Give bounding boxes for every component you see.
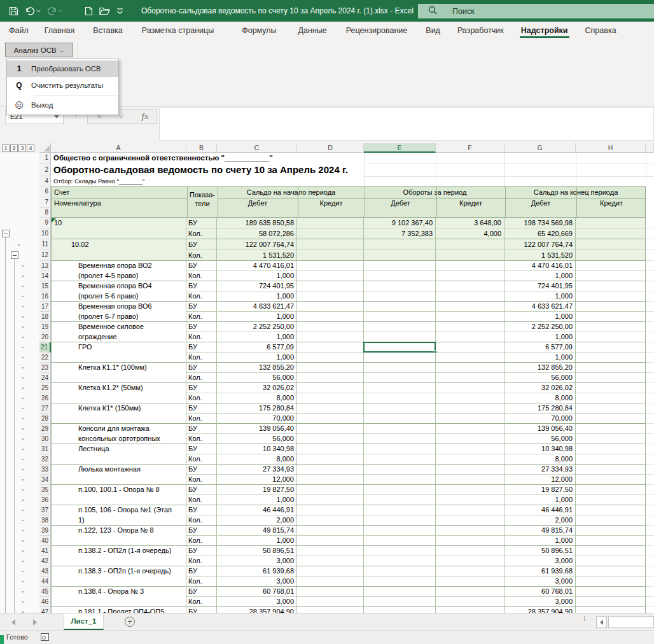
cell-F32[interactable] <box>436 454 504 465</box>
cell-A16[interactable]: (пролет 5-6 право) <box>51 291 186 302</box>
cell-H36[interactable] <box>576 495 646 505</box>
column-header-G[interactable]: G <box>504 143 576 153</box>
cell-H35[interactable] <box>576 485 646 495</box>
cell-partial-38[interactable] <box>646 515 654 526</box>
cell-B21[interactable]: БУ <box>186 342 217 353</box>
cell-C33[interactable]: 27 334,93 <box>217 465 297 475</box>
cell-F23[interactable] <box>436 363 504 373</box>
cell-F22[interactable] <box>436 353 504 363</box>
cell-G13[interactable]: 4 470 416,01 <box>504 261 576 271</box>
cell-A22[interactable] <box>51 353 186 363</box>
cell-A21[interactable]: ГРО <box>51 342 186 353</box>
row-header-46[interactable]: 46 <box>39 597 51 607</box>
cell-B35[interactable]: БУ <box>186 485 217 495</box>
cell-D10[interactable] <box>297 228 364 239</box>
search-box[interactable]: Поиск <box>418 4 654 18</box>
cell-F11[interactable] <box>436 239 504 250</box>
cell-H12[interactable] <box>576 250 646 261</box>
cell-E34[interactable] <box>364 475 436 485</box>
cell-G39[interactable]: 49 815,74 <box>504 526 576 536</box>
cell-H29[interactable] <box>576 424 646 434</box>
cell-E46[interactable] <box>364 597 436 607</box>
row-header-15[interactable]: 15 <box>39 281 51 291</box>
cell-E19[interactable] <box>364 322 436 332</box>
ribbon-tab-9[interactable]: Разработчик <box>457 22 504 39</box>
cell-B13[interactable]: БУ <box>186 261 217 271</box>
cell-E37[interactable] <box>364 505 436 515</box>
cell-C30[interactable]: 56,000 <box>217 434 297 444</box>
cell-E24[interactable] <box>364 373 436 383</box>
cell-E9[interactable]: 9 102 367,40 <box>364 218 436 228</box>
cell-F16[interactable] <box>436 291 504 302</box>
cell-partial-26[interactable] <box>646 393 654 403</box>
cell-D34[interactable] <box>297 475 364 485</box>
cell-H16[interactable] <box>576 291 646 302</box>
cell-partial-21[interactable] <box>646 342 654 353</box>
cell-F45[interactable] <box>436 587 504 597</box>
ribbon-tab-7[interactable]: Рецензирование <box>346 22 408 39</box>
cell-G42[interactable]: 3,000 <box>504 556 576 566</box>
cell-C40[interactable]: 1,000 <box>217 536 297 546</box>
menu-item-exit[interactable]: ☹ Выход <box>7 97 118 113</box>
cell-H10[interactable] <box>576 228 646 239</box>
row-header-44[interactable]: 44 <box>39 577 51 587</box>
cell-F18[interactable] <box>436 312 504 322</box>
cell-E22[interactable] <box>364 353 436 363</box>
cell-F15[interactable] <box>436 281 504 291</box>
cell-D25[interactable] <box>297 383 364 393</box>
row-header-2[interactable]: 2 <box>39 164 51 176</box>
cell-partial-37[interactable] <box>646 505 654 515</box>
cell-G36[interactable]: 1,000 <box>504 495 576 505</box>
cell-C20[interactable]: 1,000 <box>217 332 297 342</box>
cell-B10[interactable]: Кол. <box>186 228 217 239</box>
cell-F40[interactable] <box>436 536 504 546</box>
cell-C13[interactable]: 4 470 416,01 <box>217 261 297 271</box>
cell-C44[interactable]: 3,000 <box>217 577 297 587</box>
cell-partial-23[interactable] <box>646 363 654 373</box>
cell-H17[interactable] <box>576 302 646 312</box>
next-sheet-icon[interactable] <box>33 619 37 626</box>
cell-B12[interactable]: Кол. <box>186 250 217 261</box>
row-header-33[interactable]: 33 <box>39 465 51 475</box>
outline-level-2[interactable]: 2 <box>10 144 18 152</box>
cell-G15[interactable]: 724 401,95 <box>504 281 576 291</box>
customize-qat-icon[interactable] <box>116 8 123 15</box>
cell-B39[interactable]: БУ <box>186 526 217 536</box>
undo-icon[interactable] <box>25 6 41 16</box>
cell-B46[interactable]: Кол. <box>186 597 217 607</box>
cell-B25[interactable]: БУ <box>186 383 217 393</box>
cell-A47[interactable]: п.181.1 - Пролет ОП4-ОП5 <box>51 607 186 613</box>
cell-G45[interactable]: 60 768,01 <box>504 587 576 597</box>
new-file-icon[interactable] <box>85 6 93 16</box>
cell-D45[interactable] <box>297 587 364 597</box>
cell-C31[interactable]: 10 340,98 <box>217 444 297 454</box>
cell-E41[interactable] <box>364 546 436 556</box>
cell-G30[interactable]: 56,000 <box>504 434 576 444</box>
open-folder-icon[interactable] <box>99 6 110 15</box>
cell-C45[interactable]: 60 768,01 <box>217 587 297 597</box>
cell-A10[interactable] <box>51 228 186 239</box>
cell-A41[interactable]: п.138.2 - ОП2л (1-я очередь) <box>51 546 186 556</box>
cell-G21[interactable]: 6 577,09 <box>504 342 576 353</box>
cell-A35[interactable]: п.100, 100.1 - Опора № 8 <box>51 485 186 495</box>
cell-E32[interactable] <box>364 454 436 465</box>
cell-E14[interactable] <box>364 271 436 281</box>
cell-F29[interactable] <box>436 424 504 434</box>
cell-E25[interactable] <box>364 383 436 393</box>
cell-partial-33[interactable] <box>646 465 654 475</box>
namebox-dropdown-icon[interactable] <box>54 115 59 118</box>
cell-D24[interactable] <box>297 373 364 383</box>
cell-D17[interactable] <box>297 302 364 312</box>
cell-D43[interactable] <box>297 566 364 577</box>
cell-E47[interactable] <box>364 607 436 613</box>
cell-F42[interactable] <box>436 556 504 566</box>
cell-B20[interactable]: Кол. <box>186 332 217 342</box>
cell-B9[interactable]: БУ <box>186 218 217 228</box>
cell-C46[interactable]: 3,000 <box>217 597 297 607</box>
cell-partial-42[interactable] <box>646 556 654 566</box>
cell-D26[interactable] <box>297 393 364 403</box>
collapse-group-level2-icon[interactable]: – <box>11 251 18 259</box>
cell-B17[interactable]: БУ <box>186 302 217 312</box>
outline-level-4[interactable]: 4 <box>27 144 34 152</box>
cell-partial-11[interactable] <box>646 239 654 250</box>
